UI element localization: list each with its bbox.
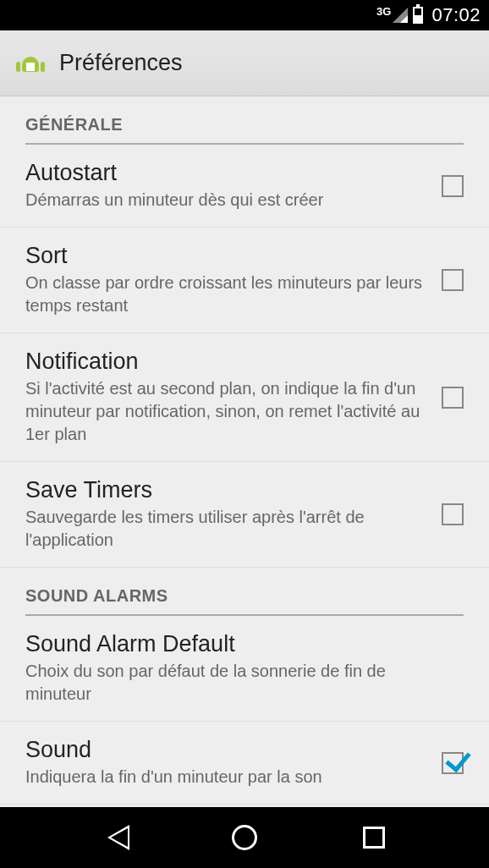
- pref-text: Sound Alarm Default Choix du son par déf…: [25, 631, 464, 706]
- pref-summary: Indiquera la fin d'un minuteur par la so…: [25, 766, 429, 788]
- section-header-sound: SOUND ALARMS: [0, 568, 489, 614]
- recent-apps-button[interactable]: [363, 827, 385, 849]
- network-label: 3G: [376, 5, 391, 18]
- back-button[interactable]: [104, 825, 126, 850]
- pref-text: Notification Si l'activité est au second…: [25, 349, 442, 446]
- signal-icon: [393, 8, 408, 23]
- checkbox-notification[interactable]: [442, 387, 464, 409]
- pref-sound[interactable]: Sound Indiquera la fin d'un minuteur par…: [0, 722, 489, 805]
- app-bar: Préférences: [0, 30, 489, 96]
- pref-title: Autostart: [25, 160, 429, 186]
- pref-text: Sound Indiquera la fin d'un minuteur par…: [25, 737, 442, 788]
- pref-summary: Si l'activité est au second plan, on ind…: [25, 377, 429, 446]
- section-header-general: GÉNÉRALE: [0, 96, 489, 143]
- checkbox-sound[interactable]: [442, 752, 464, 774]
- navigation-bar: [0, 807, 489, 868]
- home-button[interactable]: [232, 825, 257, 850]
- pref-title: Sound Alarm Default: [25, 631, 451, 657]
- pref-sort[interactable]: Sort On classe par ordre croissant les m…: [0, 228, 489, 333]
- battery-icon: [413, 7, 423, 24]
- pref-summary: Sauvegarde les timers utiliser après l'a…: [25, 506, 429, 552]
- pref-summary: Démarras un minuteur dès qui est créer: [25, 189, 429, 212]
- pref-text: Sort On classe par ordre croissant les m…: [25, 243, 442, 317]
- pref-text: Autostart Démarras un minuteur dès qui e…: [25, 160, 442, 212]
- pref-save-timers[interactable]: Save Timers Sauvegarde les timers utilis…: [0, 462, 489, 568]
- pref-title: Sound: [25, 737, 429, 763]
- pref-title: Notification: [25, 349, 429, 375]
- pref-autostart[interactable]: Autostart Démarras un minuteur dès qui e…: [0, 145, 489, 228]
- clock: 07:02: [431, 4, 481, 26]
- pref-summary: On classe par ordre croissant les minute…: [25, 272, 429, 317]
- app-icon: [15, 48, 46, 79]
- pref-text: Save Timers Sauvegarde les timers utilis…: [25, 477, 442, 552]
- pref-notification[interactable]: Notification Si l'activité est au second…: [0, 333, 489, 462]
- checkbox-autostart[interactable]: [442, 175, 464, 197]
- pref-title: Sort: [25, 243, 429, 269]
- page-title: Préférences: [59, 50, 183, 76]
- pref-summary: Choix du son par défaut de la sonnerie d…: [25, 660, 451, 706]
- checkbox-sort[interactable]: [442, 269, 464, 291]
- preferences-list: GÉNÉRALE Autostart Démarras un minuteur …: [0, 96, 489, 807]
- status-bar: 3G 07:02: [0, 0, 489, 30]
- checkbox-save-timers[interactable]: [442, 503, 464, 525]
- pref-sound-default[interactable]: Sound Alarm Default Choix du son par déf…: [0, 616, 489, 722]
- pref-title: Save Timers: [25, 477, 429, 503]
